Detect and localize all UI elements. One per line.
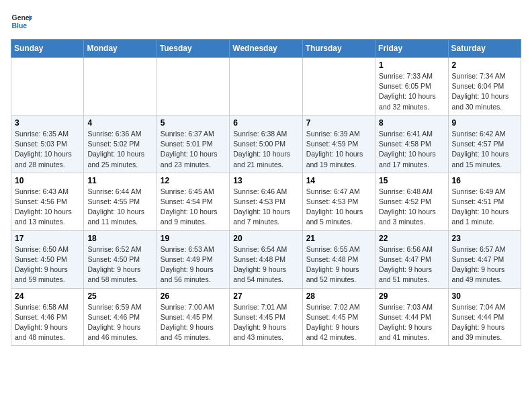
weekday-header: Saturday xyxy=(448,40,521,58)
day-number: 27 xyxy=(233,291,298,301)
calendar-week-row: 10Sunrise: 6:43 AM Sunset: 4:56 PM Dayli… xyxy=(11,173,521,230)
calendar-cell: 27Sunrise: 7:01 AM Sunset: 4:45 PM Dayli… xyxy=(230,288,302,346)
day-number: 25 xyxy=(87,291,152,301)
calendar-cell: 11Sunrise: 6:44 AM Sunset: 4:55 PM Dayli… xyxy=(84,173,157,230)
calendar-cell: 12Sunrise: 6:45 AM Sunset: 4:54 PM Dayli… xyxy=(157,173,229,230)
calendar-cell: 5Sunrise: 6:37 AM Sunset: 5:01 PM Daylig… xyxy=(157,115,229,173)
day-info: Sunrise: 6:38 AM Sunset: 5:00 PM Dayligh… xyxy=(233,129,298,170)
day-info: Sunrise: 6:49 AM Sunset: 4:51 PM Dayligh… xyxy=(452,187,517,228)
day-number: 4 xyxy=(87,118,152,128)
day-number: 8 xyxy=(379,118,444,128)
day-info: Sunrise: 6:59 AM Sunset: 4:46 PM Dayligh… xyxy=(87,302,152,343)
calendar-cell: 8Sunrise: 6:41 AM Sunset: 4:58 PM Daylig… xyxy=(375,115,448,173)
day-info: Sunrise: 6:53 AM Sunset: 4:49 PM Dayligh… xyxy=(161,244,226,285)
day-number: 10 xyxy=(15,176,80,185)
day-info: Sunrise: 6:48 AM Sunset: 4:52 PM Dayligh… xyxy=(379,187,444,228)
day-number: 29 xyxy=(379,291,444,301)
day-number: 5 xyxy=(161,118,226,128)
day-info: Sunrise: 7:33 AM Sunset: 6:05 PM Dayligh… xyxy=(379,71,444,112)
day-number: 9 xyxy=(452,118,517,128)
day-number: 24 xyxy=(15,291,80,301)
calendar-cell: 25Sunrise: 6:59 AM Sunset: 4:46 PM Dayli… xyxy=(84,288,157,346)
calendar-cell: 29Sunrise: 7:03 AM Sunset: 4:44 PM Dayli… xyxy=(375,288,448,346)
day-number: 17 xyxy=(15,234,80,243)
day-info: Sunrise: 6:44 AM Sunset: 4:55 PM Dayligh… xyxy=(87,187,152,228)
calendar-cell: 10Sunrise: 6:43 AM Sunset: 4:56 PM Dayli… xyxy=(11,173,84,230)
day-number: 16 xyxy=(452,176,517,185)
calendar-cell: 6Sunrise: 6:38 AM Sunset: 5:00 PM Daylig… xyxy=(230,115,302,173)
day-number: 21 xyxy=(306,234,371,243)
day-number: 2 xyxy=(452,60,517,70)
day-info: Sunrise: 6:36 AM Sunset: 5:02 PM Dayligh… xyxy=(87,129,152,170)
calendar-cell: 15Sunrise: 6:48 AM Sunset: 4:52 PM Dayli… xyxy=(375,173,448,230)
calendar-cell: 9Sunrise: 6:42 AM Sunset: 4:57 PM Daylig… xyxy=(448,115,521,173)
day-info: Sunrise: 6:41 AM Sunset: 4:58 PM Dayligh… xyxy=(379,129,444,170)
calendar-cell xyxy=(84,58,157,116)
day-info: Sunrise: 6:55 AM Sunset: 4:48 PM Dayligh… xyxy=(306,244,371,285)
logo: General Blue xyxy=(11,11,32,32)
calendar-cell: 7Sunrise: 6:39 AM Sunset: 4:59 PM Daylig… xyxy=(302,115,375,173)
day-number: 13 xyxy=(233,176,298,185)
calendar-cell: 2Sunrise: 7:34 AM Sunset: 6:04 PM Daylig… xyxy=(448,58,521,116)
page-header: General Blue xyxy=(11,11,521,32)
day-info: Sunrise: 6:37 AM Sunset: 5:01 PM Dayligh… xyxy=(161,129,226,170)
calendar-table: SundayMondayTuesdayWednesdayThursdayFrid… xyxy=(11,39,521,346)
day-info: Sunrise: 6:54 AM Sunset: 4:48 PM Dayligh… xyxy=(233,244,298,285)
day-info: Sunrise: 6:42 AM Sunset: 4:57 PM Dayligh… xyxy=(452,129,517,170)
logo-icon: General Blue xyxy=(11,11,32,32)
calendar-week-row: 17Sunrise: 6:50 AM Sunset: 4:50 PM Dayli… xyxy=(11,230,521,288)
day-number: 22 xyxy=(379,234,444,243)
day-number: 15 xyxy=(379,176,444,185)
day-info: Sunrise: 6:46 AM Sunset: 4:53 PM Dayligh… xyxy=(233,187,298,228)
calendar-week-row: 24Sunrise: 6:58 AM Sunset: 4:46 PM Dayli… xyxy=(11,288,521,346)
calendar-cell: 24Sunrise: 6:58 AM Sunset: 4:46 PM Dayli… xyxy=(11,288,84,346)
day-info: Sunrise: 7:04 AM Sunset: 4:44 PM Dayligh… xyxy=(452,302,517,343)
calendar-cell: 26Sunrise: 7:00 AM Sunset: 4:45 PM Dayli… xyxy=(157,288,229,346)
calendar-cell: 18Sunrise: 6:52 AM Sunset: 4:50 PM Dayli… xyxy=(84,230,157,288)
day-info: Sunrise: 7:34 AM Sunset: 6:04 PM Dayligh… xyxy=(452,71,517,112)
day-info: Sunrise: 6:50 AM Sunset: 4:50 PM Dayligh… xyxy=(15,244,80,285)
day-number: 18 xyxy=(87,234,152,243)
day-number: 23 xyxy=(452,234,517,243)
weekday-header: Thursday xyxy=(302,40,375,58)
calendar-cell: 20Sunrise: 6:54 AM Sunset: 4:48 PM Dayli… xyxy=(230,230,302,288)
day-number: 11 xyxy=(87,176,152,185)
day-info: Sunrise: 6:56 AM Sunset: 4:47 PM Dayligh… xyxy=(379,244,444,285)
day-info: Sunrise: 7:01 AM Sunset: 4:45 PM Dayligh… xyxy=(233,302,298,343)
weekday-header: Tuesday xyxy=(157,40,229,58)
day-info: Sunrise: 6:57 AM Sunset: 4:47 PM Dayligh… xyxy=(452,244,517,285)
weekday-header: Friday xyxy=(375,40,448,58)
day-number: 7 xyxy=(306,118,371,128)
weekday-header-row: SundayMondayTuesdayWednesdayThursdayFrid… xyxy=(11,40,521,58)
day-number: 3 xyxy=(15,118,80,128)
day-info: Sunrise: 7:03 AM Sunset: 4:44 PM Dayligh… xyxy=(379,302,444,343)
calendar-cell: 1Sunrise: 7:33 AM Sunset: 6:05 PM Daylig… xyxy=(375,58,448,116)
day-info: Sunrise: 7:00 AM Sunset: 4:45 PM Dayligh… xyxy=(161,302,226,343)
calendar-cell: 13Sunrise: 6:46 AM Sunset: 4:53 PM Dayli… xyxy=(230,173,302,230)
day-info: Sunrise: 6:58 AM Sunset: 4:46 PM Dayligh… xyxy=(15,302,80,343)
day-number: 28 xyxy=(306,291,371,301)
calendar-cell: 22Sunrise: 6:56 AM Sunset: 4:47 PM Dayli… xyxy=(375,230,448,288)
calendar-cell: 3Sunrise: 6:35 AM Sunset: 5:03 PM Daylig… xyxy=(11,115,84,173)
calendar-cell: 23Sunrise: 6:57 AM Sunset: 4:47 PM Dayli… xyxy=(448,230,521,288)
svg-text:Blue: Blue xyxy=(12,22,28,30)
calendar-cell xyxy=(302,58,375,116)
calendar-cell: 17Sunrise: 6:50 AM Sunset: 4:50 PM Dayli… xyxy=(11,230,84,288)
day-number: 14 xyxy=(306,176,371,185)
calendar-cell: 19Sunrise: 6:53 AM Sunset: 4:49 PM Dayli… xyxy=(157,230,229,288)
day-number: 30 xyxy=(452,291,517,301)
day-number: 26 xyxy=(161,291,226,301)
calendar-cell xyxy=(230,58,302,116)
calendar-week-row: 3Sunrise: 6:35 AM Sunset: 5:03 PM Daylig… xyxy=(11,115,521,173)
day-info: Sunrise: 6:43 AM Sunset: 4:56 PM Dayligh… xyxy=(15,187,80,228)
calendar-cell: 28Sunrise: 7:02 AM Sunset: 4:45 PM Dayli… xyxy=(302,288,375,346)
day-info: Sunrise: 6:39 AM Sunset: 4:59 PM Dayligh… xyxy=(306,129,371,170)
day-number: 19 xyxy=(161,234,226,243)
day-number: 1 xyxy=(379,60,444,70)
day-info: Sunrise: 6:45 AM Sunset: 4:54 PM Dayligh… xyxy=(161,187,226,228)
day-info: Sunrise: 6:35 AM Sunset: 5:03 PM Dayligh… xyxy=(15,129,80,170)
weekday-header: Monday xyxy=(84,40,157,58)
calendar-cell: 4Sunrise: 6:36 AM Sunset: 5:02 PM Daylig… xyxy=(84,115,157,173)
calendar-cell xyxy=(157,58,229,116)
day-number: 12 xyxy=(161,176,226,185)
